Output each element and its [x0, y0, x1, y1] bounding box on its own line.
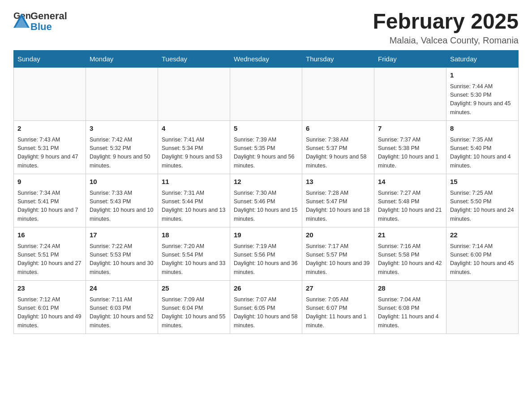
day-info: Sunrise: 7:16 AMSunset: 5:58 PMDaylight:… — [378, 242, 442, 277]
title-block: February 2025 Malaia, Valcea County, Rom… — [373, 9, 519, 46]
day-info: Sunrise: 7:09 AMSunset: 6:04 PMDaylight:… — [162, 295, 226, 330]
day-number: 8 — [450, 124, 515, 134]
calendar-cell: 3Sunrise: 7:42 AMSunset: 5:32 PMDaylight… — [86, 121, 158, 174]
calendar-cell — [230, 68, 302, 121]
calendar-cell: 23Sunrise: 7:12 AMSunset: 6:01 PMDayligh… — [14, 281, 86, 334]
calendar-cell: 4Sunrise: 7:41 AMSunset: 5:34 PMDaylight… — [158, 121, 230, 174]
calendar-week-3: 9Sunrise: 7:34 AMSunset: 5:41 PMDaylight… — [14, 174, 519, 227]
weekday-header-sunday: Sunday — [14, 51, 86, 68]
calendar-cell: 28Sunrise: 7:04 AMSunset: 6:08 PMDayligh… — [374, 281, 446, 334]
day-number: 5 — [234, 124, 298, 134]
calendar-cell: 24Sunrise: 7:11 AMSunset: 6:03 PMDayligh… — [86, 281, 158, 334]
day-info: Sunrise: 7:44 AMSunset: 5:30 PMDaylight:… — [450, 82, 515, 117]
calendar-cell: 21Sunrise: 7:16 AMSunset: 5:58 PMDayligh… — [374, 227, 446, 281]
day-number: 23 — [17, 283, 82, 294]
day-number: 2 — [17, 124, 82, 134]
calendar-cell: 12Sunrise: 7:30 AMSunset: 5:46 PMDayligh… — [230, 174, 302, 227]
day-number: 11 — [162, 177, 226, 187]
calendar-cell: 25Sunrise: 7:09 AMSunset: 6:04 PMDayligh… — [158, 281, 230, 334]
calendar-cell: 22Sunrise: 7:14 AMSunset: 6:00 PMDayligh… — [446, 227, 519, 281]
day-number: 1 — [450, 70, 515, 81]
calendar-cell: 17Sunrise: 7:22 AMSunset: 5:53 PMDayligh… — [86, 227, 158, 281]
calendar-cell: 19Sunrise: 7:19 AMSunset: 5:56 PMDayligh… — [230, 227, 302, 281]
weekday-header-monday: Monday — [86, 51, 158, 68]
calendar-cell: 27Sunrise: 7:05 AMSunset: 6:07 PMDayligh… — [302, 281, 374, 334]
calendar-cell: 10Sunrise: 7:33 AMSunset: 5:43 PMDayligh… — [86, 174, 158, 227]
day-info: Sunrise: 7:14 AMSunset: 6:00 PMDaylight:… — [450, 242, 515, 277]
day-number: 25 — [162, 283, 226, 294]
day-number: 14 — [378, 177, 442, 187]
day-info: Sunrise: 7:05 AMSunset: 6:07 PMDaylight:… — [306, 295, 370, 330]
day-number: 12 — [234, 177, 298, 187]
day-number: 13 — [306, 177, 370, 187]
day-number: 7 — [378, 124, 442, 134]
day-number: 26 — [234, 283, 298, 294]
calendar-cell: 8Sunrise: 7:35 AMSunset: 5:40 PMDaylight… — [446, 121, 519, 174]
logo-inner: General Blue — [13, 11, 67, 32]
day-info: Sunrise: 7:39 AMSunset: 5:35 PMDaylight:… — [234, 136, 298, 171]
calendar-title: February 2025 — [373, 9, 519, 34]
calendar-cell: 2Sunrise: 7:43 AMSunset: 5:31 PMDaylight… — [14, 121, 86, 174]
day-info: Sunrise: 7:04 AMSunset: 6:08 PMDaylight:… — [378, 295, 442, 330]
day-info: Sunrise: 7:22 AMSunset: 5:53 PMDaylight:… — [90, 242, 154, 277]
day-number: 18 — [162, 230, 226, 240]
day-info: Sunrise: 7:11 AMSunset: 6:03 PMDaylight:… — [90, 295, 154, 330]
day-info: Sunrise: 7:19 AMSunset: 5:56 PMDaylight:… — [234, 242, 298, 277]
day-number: 20 — [306, 230, 370, 240]
day-number: 10 — [90, 177, 154, 187]
day-number: 3 — [90, 124, 154, 134]
day-info: Sunrise: 7:27 AMSunset: 5:48 PMDaylight:… — [378, 189, 442, 224]
calendar-cell — [302, 68, 374, 121]
calendar-table: SundayMondayTuesdayWednesdayThursdayFrid… — [13, 50, 519, 334]
calendar-cell — [158, 68, 230, 121]
day-info: Sunrise: 7:12 AMSunset: 6:01 PMDaylight:… — [17, 295, 82, 330]
day-info: Sunrise: 7:17 AMSunset: 5:57 PMDaylight:… — [306, 242, 370, 277]
day-info: Sunrise: 7:41 AMSunset: 5:34 PMDaylight:… — [162, 136, 226, 171]
day-number: 4 — [162, 124, 226, 134]
day-number: 27 — [306, 283, 370, 294]
day-number: 17 — [90, 230, 154, 240]
logo-svg — [13, 13, 30, 28]
calendar-cell: 16Sunrise: 7:24 AMSunset: 5:51 PMDayligh… — [14, 227, 86, 281]
page-header: General February 2025 Malaia, Valcea Cou… — [13, 9, 519, 46]
day-info: Sunrise: 7:37 AMSunset: 5:38 PMDaylight:… — [378, 136, 442, 171]
calendar-cell: 9Sunrise: 7:34 AMSunset: 5:41 PMDaylight… — [14, 174, 86, 227]
day-info: Sunrise: 7:42 AMSunset: 5:32 PMDaylight:… — [90, 136, 154, 171]
calendar-cell — [86, 68, 158, 121]
logo-blue: Blue — [30, 21, 67, 32]
day-number: 19 — [234, 230, 298, 240]
day-info: Sunrise: 7:33 AMSunset: 5:43 PMDaylight:… — [90, 189, 154, 224]
calendar-cell — [446, 281, 519, 334]
day-number: 6 — [306, 124, 370, 134]
day-info: Sunrise: 7:35 AMSunset: 5:40 PMDaylight:… — [450, 136, 515, 171]
weekday-header-wednesday: Wednesday — [230, 51, 302, 68]
calendar-cell: 6Sunrise: 7:38 AMSunset: 5:37 PMDaylight… — [302, 121, 374, 174]
calendar-cell: 1Sunrise: 7:44 AMSunset: 5:30 PMDaylight… — [446, 68, 519, 121]
calendar-week-1: 1Sunrise: 7:44 AMSunset: 5:30 PMDaylight… — [14, 68, 519, 121]
day-info: Sunrise: 7:28 AMSunset: 5:47 PMDaylight:… — [306, 189, 370, 224]
day-info: Sunrise: 7:38 AMSunset: 5:37 PMDaylight:… — [306, 136, 370, 171]
calendar-cell: 11Sunrise: 7:31 AMSunset: 5:44 PMDayligh… — [158, 174, 230, 227]
weekday-header-thursday: Thursday — [302, 51, 374, 68]
calendar-week-5: 23Sunrise: 7:12 AMSunset: 6:01 PMDayligh… — [14, 281, 519, 334]
day-info: Sunrise: 7:07 AMSunset: 6:05 PMDaylight:… — [234, 295, 298, 330]
calendar-cell: 7Sunrise: 7:37 AMSunset: 5:38 PMDaylight… — [374, 121, 446, 174]
day-number: 16 — [17, 230, 82, 240]
day-info: Sunrise: 7:20 AMSunset: 5:54 PMDaylight:… — [162, 242, 226, 277]
calendar-cell: 13Sunrise: 7:28 AMSunset: 5:47 PMDayligh… — [302, 174, 374, 227]
calendar-subtitle: Malaia, Valcea County, Romania — [373, 35, 519, 46]
calendar-week-4: 16Sunrise: 7:24 AMSunset: 5:51 PMDayligh… — [14, 227, 519, 281]
calendar-cell: 18Sunrise: 7:20 AMSunset: 5:54 PMDayligh… — [158, 227, 230, 281]
logo-shape — [13, 13, 30, 30]
day-info: Sunrise: 7:31 AMSunset: 5:44 PMDaylight:… — [162, 189, 226, 224]
weekday-header-saturday: Saturday — [446, 51, 519, 68]
calendar-cell: 15Sunrise: 7:25 AMSunset: 5:50 PMDayligh… — [446, 174, 519, 227]
day-info: Sunrise: 7:30 AMSunset: 5:46 PMDaylight:… — [234, 189, 298, 224]
day-info: Sunrise: 7:25 AMSunset: 5:50 PMDaylight:… — [450, 189, 515, 224]
calendar-week-2: 2Sunrise: 7:43 AMSunset: 5:31 PMDaylight… — [14, 121, 519, 174]
day-info: Sunrise: 7:34 AMSunset: 5:41 PMDaylight:… — [17, 189, 82, 224]
calendar-cell — [374, 68, 446, 121]
logo-text: General Blue — [30, 11, 67, 32]
weekday-header-friday: Friday — [374, 51, 446, 68]
day-info: Sunrise: 7:43 AMSunset: 5:31 PMDaylight:… — [17, 136, 82, 171]
